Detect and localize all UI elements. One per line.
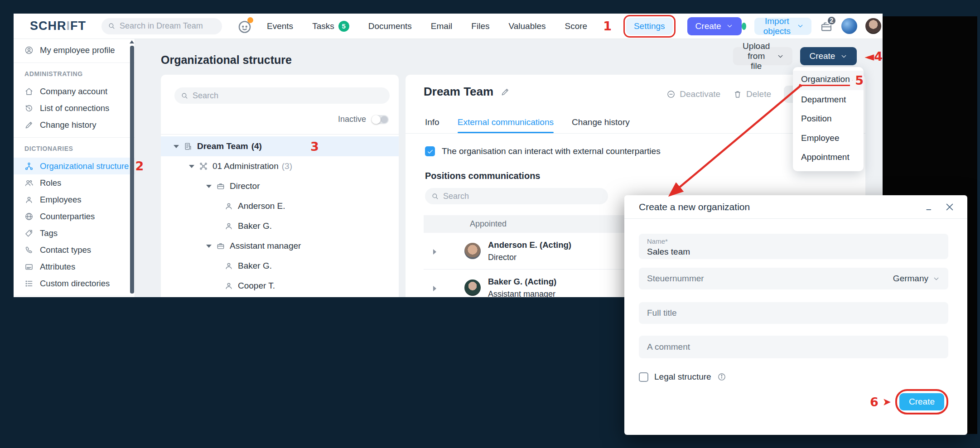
tree-search-input[interactable]	[193, 91, 383, 101]
sidebar-section-dictionaries: DICTIONARIES	[24, 145, 135, 152]
nav-valuables[interactable]: Valuables	[499, 21, 555, 31]
tree-row-employee[interactable]: Anderson E.	[161, 196, 399, 216]
sidebar-item-attributes[interactable]: Attributes	[14, 258, 135, 275]
user-avatar[interactable]	[865, 18, 881, 34]
minimize-icon[interactable]	[925, 202, 934, 212]
organization-icon	[183, 142, 193, 151]
trash-icon	[733, 90, 742, 99]
modal-create-button[interactable]: Create	[899, 393, 944, 410]
page-create-button[interactable]: Create	[800, 47, 857, 65]
notification-dot	[247, 17, 253, 23]
org-title: Dream Team	[424, 85, 493, 99]
nav-events[interactable]: Events	[257, 21, 303, 31]
caret-down-icon[interactable]	[206, 185, 212, 188]
menu-item-department[interactable]: Department	[793, 90, 864, 110]
caret-right-icon[interactable]	[433, 286, 436, 291]
tax-number-input[interactable]	[647, 274, 893, 284]
caret-down-icon[interactable]	[189, 165, 194, 168]
search-icon	[108, 22, 116, 30]
menu-item-position[interactable]: Position	[793, 109, 864, 129]
team-avatar[interactable]	[841, 18, 857, 34]
full-title-input[interactable]	[647, 308, 940, 318]
tree-row-position[interactable]: Accountant	[161, 296, 399, 297]
assistant-mascot-icon[interactable]	[237, 18, 253, 34]
name-value[interactable]: Sales team	[647, 247, 940, 257]
chevron-down-icon	[726, 22, 734, 30]
sidebar-item-organizational-structure[interactable]: Organizational structure 2	[14, 158, 135, 174]
global-search-input[interactable]	[120, 21, 216, 31]
chevron-down-icon	[797, 22, 804, 30]
global-create-button[interactable]: Create	[687, 17, 742, 35]
import-objects-button[interactable]: Import objects	[754, 18, 811, 35]
divider	[14, 137, 135, 138]
menu-item-organization[interactable]: Organization 5	[793, 71, 864, 90]
sidebar-item-employees[interactable]: Employees	[14, 191, 135, 208]
sidebar-item-company-account[interactable]: Company account	[14, 83, 135, 100]
close-icon[interactable]	[945, 202, 955, 212]
sidebar-item-tags[interactable]: Tags	[14, 225, 135, 241]
divider	[161, 134, 399, 135]
menu-item-employee[interactable]: Employee	[793, 129, 864, 148]
menu-item-appointment[interactable]: Appointment	[793, 148, 864, 167]
tree-row-organization[interactable]: Dream Team(4) 3	[161, 136, 399, 156]
sidebar-item-my-employee-profile[interactable]: My employee profile	[14, 42, 135, 58]
info-icon[interactable]	[717, 372, 726, 381]
name-label: Name*	[647, 237, 940, 245]
full-title-field[interactable]	[639, 302, 948, 324]
tab-external-communications[interactable]: External communications	[458, 117, 554, 127]
comment-field[interactable]	[639, 336, 948, 358]
scrollbar-thumb[interactable]	[130, 46, 134, 294]
edit-pencil-icon[interactable]	[501, 87, 510, 96]
annotation-ring-settings: Settings	[623, 15, 676, 38]
caret-down-icon[interactable]	[206, 245, 212, 248]
tree-row-department[interactable]: 01 Administration(3)	[161, 156, 399, 176]
tree-row-employee[interactable]: Baker G.	[161, 216, 399, 236]
tab-change-history[interactable]: Change history	[572, 117, 630, 127]
comment-input[interactable]	[647, 342, 940, 352]
sidebar-scrollbar[interactable]	[130, 39, 134, 297]
nav-documents[interactable]: Documents	[359, 21, 421, 31]
inactive-toggle[interactable]	[372, 115, 389, 124]
tab-info[interactable]: Info	[425, 117, 439, 127]
sidebar-item-custom-directories[interactable]: Custom directories	[14, 275, 135, 292]
global-search[interactable]	[101, 18, 222, 34]
sidebar-section-administrating: ADMINISTRATING	[24, 70, 135, 77]
nav-email[interactable]: Email	[421, 21, 462, 31]
nav-score[interactable]: Score	[555, 21, 597, 31]
legal-structure-checkbox[interactable]	[639, 372, 648, 382]
annotation-step-5: 5	[855, 74, 864, 87]
tree-search[interactable]	[174, 87, 390, 104]
tree-row-employee[interactable]: Cooper T.	[161, 276, 399, 296]
caret-down-icon[interactable]	[174, 145, 179, 148]
sidebar-item-change-history[interactable]: Change history	[14, 116, 135, 133]
name-field[interactable]: Name* Sales team	[639, 234, 948, 259]
country-select[interactable]: Germany	[893, 274, 940, 284]
tasks-count-badge: 5	[338, 21, 349, 32]
scroll-up-arrow[interactable]	[130, 40, 134, 43]
department-icon	[199, 162, 208, 171]
positions-search[interactable]	[425, 188, 608, 204]
check-icon	[426, 148, 434, 155]
briefcase-count-badge: 2	[827, 16, 836, 25]
nav-files[interactable]: Files	[462, 21, 499, 31]
chevron-down-icon	[840, 53, 848, 60]
app-logo[interactable]: SCHRIFT	[30, 19, 86, 33]
create-dropdown-menu: Organization 5 Department Position Emplo…	[793, 67, 864, 171]
delete-button[interactable]: Delete	[733, 89, 771, 99]
upload-from-file-button[interactable]: Upload from file	[733, 47, 792, 65]
tree-row-position[interactable]: Director	[161, 176, 399, 196]
deactivate-button[interactable]: Deactivate	[666, 89, 720, 99]
nav-tasks[interactable]: Tasks5	[303, 21, 359, 32]
caret-right-icon[interactable]	[433, 249, 436, 255]
sidebar-item-contact-types[interactable]: Contact types	[14, 241, 135, 258]
sidebar-item-list-of-connections[interactable]: List of connections	[14, 100, 135, 116]
briefcase-icon[interactable]: 2	[820, 19, 833, 33]
nav-settings[interactable]: Settings	[626, 18, 673, 35]
tree-row-position[interactable]: Assistant manager	[161, 236, 399, 256]
tree-row-employee[interactable]: Baker G.	[161, 256, 399, 276]
external-counterparties-checkbox[interactable]	[425, 146, 435, 156]
positions-search-input[interactable]	[443, 192, 602, 201]
tax-number-field[interactable]: Germany	[639, 268, 948, 289]
sidebar-item-counterparties[interactable]: Counterparties	[14, 208, 135, 225]
sidebar-item-roles[interactable]: Roles	[14, 174, 135, 191]
